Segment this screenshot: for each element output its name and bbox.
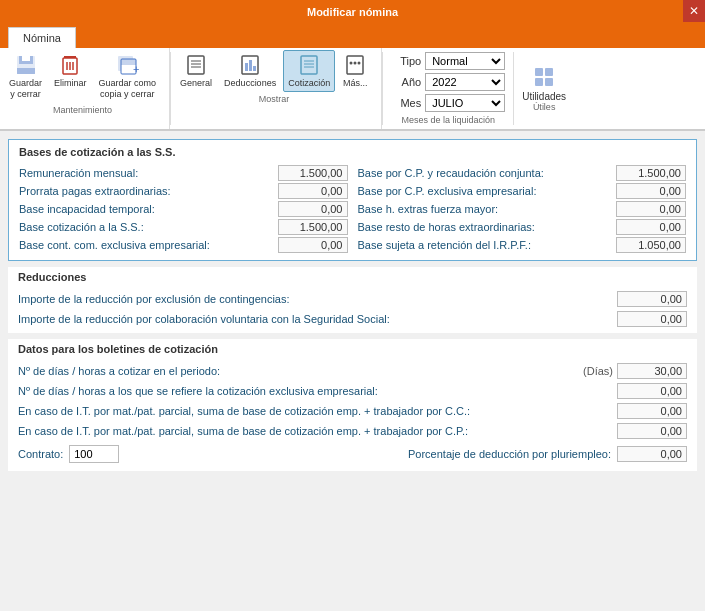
base-cp-excl-input[interactable] bbox=[616, 183, 686, 199]
base-it-row: Base incapacidad temporal: bbox=[19, 200, 348, 218]
general-icon bbox=[184, 53, 208, 77]
svg-rect-19 bbox=[249, 60, 252, 71]
remuneracion-input[interactable] bbox=[278, 165, 348, 181]
svg-rect-3 bbox=[17, 68, 35, 74]
utilidades-button[interactable]: Utilidades Útiles bbox=[514, 48, 574, 129]
anio-select[interactable]: 2022 bbox=[425, 73, 505, 91]
boletines-excl-input[interactable] bbox=[617, 383, 687, 399]
boletines-excl-label: Nº de días / horas a los que se refiere … bbox=[18, 385, 617, 397]
prorrata-row: Prorrata pagas extraordinarias: bbox=[19, 182, 348, 200]
base-hext-input[interactable] bbox=[616, 201, 686, 217]
boletines-title: Datos para los boletines de cotización bbox=[18, 343, 687, 355]
base-cont-input[interactable] bbox=[278, 237, 348, 253]
boletines-cp-right bbox=[617, 423, 687, 439]
svg-rect-13 bbox=[188, 56, 204, 74]
svg-rect-32 bbox=[545, 78, 553, 86]
boletines-cc-right bbox=[617, 403, 687, 419]
boletines-cp-input[interactable] bbox=[617, 423, 687, 439]
pluriempleo-label: Porcentaje de deducción por pluriempleo: bbox=[408, 448, 611, 460]
base-cp-conj-input[interactable] bbox=[616, 165, 686, 181]
anio-row: Año 2022 bbox=[391, 73, 505, 91]
eliminar-label: Eliminar bbox=[54, 78, 87, 89]
contrato-input[interactable] bbox=[69, 445, 119, 463]
mas-icon bbox=[343, 53, 367, 77]
pluriempleo-input[interactable] bbox=[617, 446, 687, 462]
ribbon-tabs: Nómina bbox=[0, 24, 705, 48]
boletines-dias-right: (Días) bbox=[583, 363, 687, 379]
guardar-button[interactable]: Guardary cerrar bbox=[4, 50, 47, 103]
mes-label: Mes bbox=[391, 97, 421, 109]
base-cot-input[interactable] bbox=[278, 219, 348, 235]
base-cont-label: Base cont. com. exclusiva empresarial: bbox=[19, 239, 274, 251]
meses-label: Meses de la liquidación bbox=[391, 115, 505, 125]
reducciones-title: Reducciones bbox=[18, 271, 687, 283]
tipo-row: Tipo Normal bbox=[391, 52, 505, 70]
base-resto-input[interactable] bbox=[616, 219, 686, 235]
reduc-contingencias-label: Importe de la reducción por exclusión de… bbox=[18, 293, 617, 305]
guardar-label: Guardary cerrar bbox=[9, 78, 42, 100]
anio-label: Año bbox=[391, 76, 421, 88]
main-content: Bases de cotización a las S.S. Remunerac… bbox=[0, 131, 705, 611]
boletines-excl-right bbox=[617, 383, 687, 399]
base-cot-row: Base cotización a la S.S.: bbox=[19, 218, 348, 236]
deducciones-button[interactable]: Deducciones bbox=[219, 50, 281, 92]
reduc-colabvoluntaria-row: Importe de la reducción por colaboración… bbox=[18, 309, 687, 329]
utiles-label: Útiles bbox=[533, 102, 556, 112]
reduc-contingencias-input[interactable] bbox=[617, 291, 687, 307]
deducciones-icon bbox=[238, 53, 262, 77]
svg-rect-31 bbox=[535, 78, 543, 86]
mostrar-buttons: General Deducciones Cotización bbox=[175, 50, 373, 92]
remuneracion-label: Remuneración mensual: bbox=[19, 167, 274, 179]
boletines-cc-input[interactable] bbox=[617, 403, 687, 419]
base-cot-label: Base cotización a la S.S.: bbox=[19, 221, 274, 233]
svg-text:+: + bbox=[133, 63, 139, 75]
base-cp-conj-label: Base por C.P. y recaudación conjunta: bbox=[358, 167, 613, 179]
base-cp-excl-label: Base por C.P. exclusiva empresarial: bbox=[358, 185, 613, 197]
mes-select[interactable]: JULIO bbox=[425, 94, 505, 112]
contrato-row: Contrato: Porcentaje de deducción por pl… bbox=[18, 441, 687, 467]
cotizacion-button[interactable]: Cotización bbox=[283, 50, 335, 92]
cotizacion-icon bbox=[297, 53, 321, 77]
boletines-cp-label: En caso de I.T. por mat./pat. parcial, s… bbox=[18, 425, 617, 437]
base-cp-conj-row: Base por C.P. y recaudación conjunta: bbox=[358, 164, 687, 182]
base-resto-row: Base resto de horas extraordinarias: bbox=[358, 218, 687, 236]
boletines-section: Datos para los boletines de cotización N… bbox=[8, 339, 697, 471]
reduc-colabvoluntaria-label: Importe de la reducción por colaboración… bbox=[18, 313, 617, 325]
guardar-copia-button[interactable]: + Guardar comocopia y cerrar bbox=[94, 50, 162, 103]
mas-label: Más... bbox=[343, 78, 368, 89]
reduc-colabvoluntaria-input[interactable] bbox=[617, 311, 687, 327]
base-irpf-label: Base sujeta a retención del I.R.P.F.: bbox=[358, 239, 613, 251]
base-resto-label: Base resto de horas extraordinarias: bbox=[358, 221, 613, 233]
bases-title: Bases de cotización a las S.S. bbox=[19, 146, 686, 158]
tab-nomina[interactable]: Nómina bbox=[8, 27, 76, 48]
mes-row: Mes JULIO bbox=[391, 94, 505, 112]
base-cp-excl-row: Base por C.P. exclusiva empresarial: bbox=[358, 182, 687, 200]
bases-section: Bases de cotización a las S.S. Remunerac… bbox=[8, 139, 697, 261]
boletines-dias-label: Nº de días / horas a cotizar en el perio… bbox=[18, 365, 583, 377]
ribbon-main: Guardary cerrar Eliminar + Guardar comoc… bbox=[0, 48, 705, 129]
svg-rect-25 bbox=[347, 56, 363, 74]
prorrata-input[interactable] bbox=[278, 183, 348, 199]
base-hext-label: Base h. extras fuerza mayor: bbox=[358, 203, 613, 215]
bases-right-col: Base por C.P. y recaudación conjunta: Ba… bbox=[358, 164, 687, 254]
save-copy-icon: + bbox=[115, 53, 139, 77]
tipo-select[interactable]: Normal bbox=[425, 52, 505, 70]
base-irpf-input[interactable] bbox=[616, 237, 686, 253]
utilidades-icon bbox=[532, 65, 556, 91]
svg-rect-30 bbox=[545, 68, 553, 76]
close-button[interactable]: ✕ bbox=[683, 0, 705, 22]
delete-icon bbox=[58, 53, 82, 77]
mantenimiento-buttons: Guardary cerrar Eliminar + Guardar comoc… bbox=[4, 50, 161, 103]
base-it-label: Base incapacidad temporal: bbox=[19, 203, 274, 215]
svg-rect-20 bbox=[253, 66, 256, 71]
base-it-input[interactable] bbox=[278, 201, 348, 217]
mantenimiento-group-label: Mantenimiento bbox=[53, 105, 112, 115]
cotizacion-label: Cotización bbox=[288, 78, 330, 89]
mas-button[interactable]: Más... bbox=[337, 50, 373, 92]
window-title: Modificar nómina bbox=[307, 6, 398, 18]
deducciones-label: Deducciones bbox=[224, 78, 276, 89]
tipo-label: Tipo bbox=[391, 55, 421, 67]
boletines-dias-input[interactable] bbox=[617, 363, 687, 379]
eliminar-button[interactable]: Eliminar bbox=[49, 50, 92, 92]
general-button[interactable]: General bbox=[175, 50, 217, 92]
